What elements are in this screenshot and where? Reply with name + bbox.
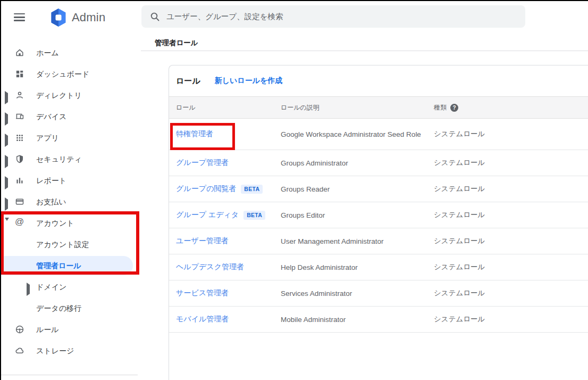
beta-badge: BETA — [243, 211, 265, 220]
role-type: システムロール — [434, 236, 588, 246]
column-header-role: ロール — [176, 103, 281, 112]
role-type: システムロール — [434, 129, 588, 139]
sidebar-item-account-settings[interactable]: アカウント設定 — [0, 234, 140, 255]
reports-bar-chart-icon — [15, 176, 24, 185]
card-title: ロール — [176, 76, 200, 86]
billing-card-icon — [15, 197, 24, 206]
chevron-right-icon[interactable] — [5, 200, 8, 209]
chevron-right-icon[interactable] — [27, 285, 30, 294]
sidebar-item-rules[interactable]: ルール — [0, 319, 140, 340]
sidebar-item-reports[interactable]: レポート — [0, 170, 140, 191]
sidebar-item-domains[interactable]: ドメイン — [0, 276, 140, 298]
devices-icon — [15, 112, 24, 121]
role-type: システムロール — [434, 158, 588, 168]
table-row: ヘルプデスク管理者BETA Help Desk Administrator シス… — [169, 254, 588, 280]
table-row: サービス管理者BETA Services Administrator システムロ… — [169, 280, 588, 307]
chevron-down-icon[interactable] — [5, 221, 9, 230]
search-input[interactable] — [166, 12, 485, 21]
role-link[interactable]: モバイル管理者 — [176, 315, 229, 324]
search-icon — [150, 12, 160, 22]
sidebar-item-directory[interactable]: ディレクトリ — [0, 85, 140, 106]
role-link[interactable]: ヘルプデスク管理者 — [176, 262, 244, 272]
role-type: システムロール — [434, 210, 588, 220]
column-header-description: ロールの説明 — [281, 103, 434, 112]
security-shield-icon — [15, 154, 24, 164]
sidebar-item-devices[interactable]: デバイス — [0, 106, 140, 127]
role-description: Mobile Administrator — [281, 316, 434, 324]
directory-icon — [15, 90, 24, 100]
admin-logo: Admin — [50, 8, 105, 27]
column-header-type: 種類 ? — [434, 103, 588, 112]
create-role-link[interactable]: 新しいロールを作成 — [215, 76, 283, 86]
chevron-right-icon[interactable] — [5, 136, 8, 145]
dashboard-icon — [15, 69, 24, 79]
role-link[interactable]: グループ エディタ — [176, 210, 239, 220]
screenshot-left-border — [0, 0, 1, 380]
role-description: User Management Administrator — [281, 237, 434, 245]
roles-card: ロール 新しいロールを作成 ロール ロールの説明 種類 ? 特権管理者BETA … — [169, 65, 588, 380]
role-type: システムロール — [434, 184, 588, 194]
header-divider — [141, 51, 588, 51]
role-link[interactable]: サービス管理者 — [176, 288, 229, 298]
role-link[interactable]: グループ管理者 — [176, 158, 229, 168]
role-link[interactable]: グループの閲覧者 — [176, 184, 236, 194]
role-description: Groups Editor — [281, 211, 434, 219]
role-type: システムロール — [434, 288, 588, 298]
sidebar-item-data-migration[interactable]: データの移行 — [0, 298, 140, 319]
breadcrumb: 管理者ロール — [155, 38, 198, 48]
role-link[interactable]: ユーザー管理者 — [176, 236, 229, 246]
chevron-right-icon[interactable] — [5, 178, 8, 188]
search-bar[interactable] — [141, 5, 525, 28]
table-row: グループ エディタBETA Groups Editor システムロール — [169, 202, 588, 228]
table-row: グループ管理者BETA Groups Administrator システムロール — [169, 150, 588, 176]
role-description: Services Administrator — [281, 290, 434, 298]
table-row: ユーザー管理者BETA User Management Administrato… — [169, 228, 588, 254]
sidebar-item-home[interactable]: ホーム — [0, 42, 140, 63]
chevron-right-icon[interactable] — [5, 93, 8, 103]
sidebar-item-account[interactable]: @ アカウント — [0, 212, 140, 234]
google-admin-console: Admin 管理者ロール ホーム ダッシュボード ディレクトリ デ — [0, 0, 588, 380]
beta-badge: BETA — [241, 185, 263, 194]
menu-icon[interactable] — [14, 13, 25, 21]
account-at-icon: @ — [15, 217, 24, 227]
card-title-row: ロール 新しいロールを作成 — [169, 65, 588, 96]
sidebar-item-storage[interactable]: ストレージ — [0, 340, 140, 361]
help-icon[interactable]: ? — [450, 104, 458, 112]
sidebar-item-dashboard[interactable]: ダッシュボード — [0, 63, 140, 85]
screenshot-top-border — [0, 0, 588, 1]
chevron-right-icon[interactable] — [5, 157, 8, 167]
role-type: システムロール — [434, 262, 588, 272]
chevron-right-icon[interactable] — [5, 114, 8, 124]
role-description: Help Desk Administrator — [281, 263, 434, 271]
table-row: 特権管理者BETA Google Workspace Administrator… — [169, 119, 588, 150]
home-icon — [15, 48, 24, 57]
sidebar-item-security[interactable]: セキュリティ — [0, 148, 140, 170]
role-type: システムロール — [434, 315, 588, 324]
sidebar-item-apps[interactable]: アプリ — [0, 127, 140, 148]
table-row: グループの閲覧者BETA Groups Reader システムロール — [169, 176, 588, 202]
sidebar-item-billing[interactable]: お支払い — [0, 191, 140, 212]
admin-hexagon-icon — [50, 8, 67, 27]
role-link[interactable]: 特権管理者 — [176, 129, 213, 139]
table-row: モバイル管理者BETA Mobile Administrator システムロール — [169, 307, 588, 333]
role-description: Groups Administrator — [281, 159, 434, 167]
sidebar-bottom-divider — [0, 375, 138, 375]
apps-icon — [15, 133, 24, 143]
rules-wheel-icon — [15, 325, 24, 334]
role-description: Google Workspace Administrator Seed Role — [281, 130, 434, 138]
storage-cloud-icon — [15, 346, 24, 356]
sidebar-item-admin-roles[interactable]: 管理者ロール — [0, 256, 133, 275]
table-header-row: ロール ロールの説明 種類 ? — [169, 96, 588, 119]
app-name: Admin — [72, 11, 105, 24]
role-description: Groups Reader — [281, 185, 434, 193]
